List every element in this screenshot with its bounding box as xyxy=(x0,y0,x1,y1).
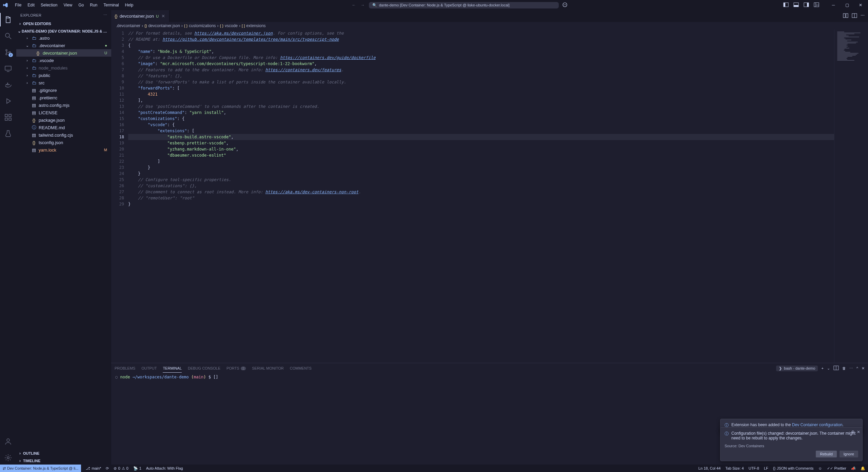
file-readme-md[interactable]: ⓘREADME.md xyxy=(16,124,111,131)
code-line-24[interactable]: } xyxy=(128,171,834,177)
folder-node-modules[interactable]: ›🗀node_modules xyxy=(16,64,111,72)
code-line-13[interactable]: // Use 'postCreateCommand' to run comman… xyxy=(128,103,834,110)
panel-tab-comments[interactable]: COMMENTS xyxy=(290,364,312,372)
code-line-12[interactable]: ], xyxy=(128,97,834,103)
editor-tab-devcontainer[interactable]: {} devcontainer.json U ✕ xyxy=(111,10,170,22)
menu-edit[interactable]: Edit xyxy=(25,1,37,9)
activity-accounts-icon[interactable] xyxy=(0,435,16,448)
folder--astro[interactable]: ›🗀.astro xyxy=(16,34,111,42)
menu-help[interactable]: Help xyxy=(122,1,136,9)
status-bell[interactable]: 🔔 xyxy=(861,466,865,471)
code-line-16[interactable]: "vscode": { xyxy=(128,122,834,128)
status-branch[interactable]: ⎇main* xyxy=(86,466,101,471)
new-terminal-icon[interactable]: + xyxy=(821,366,823,370)
activity-extensions-icon[interactable] xyxy=(0,111,16,124)
code-line-22[interactable]: ] xyxy=(128,158,834,164)
split-editor-icon[interactable] xyxy=(852,13,857,19)
code-line-29[interactable]: } xyxy=(128,201,834,207)
panel-tab-terminal[interactable]: TERMINAL xyxy=(163,364,182,373)
breadcrumb-item[interactable]: { }vscode xyxy=(220,23,238,28)
code-line-21[interactable]: "dbaeumer.vscode-eslint" xyxy=(128,152,834,158)
code-line-11[interactable]: 4321 xyxy=(128,91,834,97)
minimap[interactable] xyxy=(834,29,868,363)
ignore-button[interactable]: Ignore xyxy=(840,451,858,457)
maximize-button[interactable]: ▢ xyxy=(842,2,852,8)
command-center[interactable]: 🔍 dante-demo [Dev Container: Node.js & T… xyxy=(369,2,559,8)
file-tsconfig-json[interactable]: {}tsconfig.json xyxy=(16,139,111,146)
menu-view[interactable]: View xyxy=(61,1,75,9)
toggle-primary-sidebar-icon[interactable] xyxy=(783,1,789,9)
status-prettier[interactable]: ✓✓Prettier xyxy=(827,466,846,471)
toggle-panel-icon[interactable] xyxy=(793,1,800,9)
activity-settings-icon[interactable] xyxy=(0,451,16,465)
copilot-icon[interactable] xyxy=(561,1,568,9)
menu-terminal[interactable]: Terminal xyxy=(101,1,121,9)
panel-tab-problems[interactable]: PROBLEMS xyxy=(115,364,135,372)
rebuild-button[interactable]: Rebuild xyxy=(816,451,836,457)
file-tailwind-config-cjs[interactable]: ▤tailwind.config.cjs xyxy=(16,131,111,139)
status-sync[interactable]: ⟳ xyxy=(106,466,109,471)
code-line-25[interactable]: // Configure tool-specific properties. xyxy=(128,177,834,183)
activity-scm-icon[interactable]: 2 xyxy=(0,45,16,59)
panel-tab-output[interactable]: OUTPUT xyxy=(141,364,157,372)
split-terminal-icon[interactable] xyxy=(833,365,839,371)
file-astro-config-mjs[interactable]: ▤astro.config.mjs xyxy=(16,101,111,109)
workspace-header[interactable]: ⌄DANTE-DEMO [DEV CONTAINER: NODE.JS & TY… xyxy=(16,28,111,34)
code-line-4[interactable]: "name": "Node.js & TypeScript", xyxy=(128,48,834,55)
status-remote[interactable]: ⇄ Dev Container: Node.js & TypeScript @ … xyxy=(0,465,81,472)
activity-explorer-icon[interactable] xyxy=(0,13,16,26)
code-line-26[interactable]: // "customizations": {}, xyxy=(128,183,834,189)
code-line-1[interactable]: // For format details, see https://aka.m… xyxy=(128,30,834,36)
panel-tab-serial-monitor[interactable]: SERIAL MONITOR xyxy=(252,364,284,372)
file-package-json[interactable]: {}package.json xyxy=(16,116,111,124)
toast-close-icon[interactable]: ✕ xyxy=(857,430,860,434)
code-line-17[interactable]: "extensions": [ xyxy=(128,128,834,134)
breadcrumb-item[interactable]: {}devcontainer.json xyxy=(144,23,180,28)
code-line-14[interactable]: "postCreateCommand": "yarn install", xyxy=(128,110,834,116)
file--prettierrc[interactable]: ▤.prettierrc xyxy=(16,94,111,101)
compare-icon[interactable] xyxy=(843,13,848,19)
code-area[interactable]: // For format details, see https://aka.m… xyxy=(128,29,834,363)
activity-debug-icon[interactable] xyxy=(0,94,16,108)
code-line-18[interactable]: "astro-build.astro-vscode", xyxy=(128,134,834,140)
status-ports[interactable]: 📡1 xyxy=(133,466,141,471)
code-line-10[interactable]: "forwardPorts": [ xyxy=(128,85,834,91)
menu-run[interactable]: Run xyxy=(87,1,100,9)
code-line-5[interactable]: // Or use a Dockerfile or Docker Compose… xyxy=(128,55,834,61)
toast-link[interactable]: Dev Container configuration xyxy=(792,422,843,427)
menu-selection[interactable]: Selection xyxy=(38,1,60,9)
folder-src[interactable]: ›🗀src xyxy=(16,79,111,86)
code-line-19[interactable]: "esbenp.prettier-vscode", xyxy=(128,140,834,146)
timeline-section[interactable]: ›TIMELINE xyxy=(16,457,111,465)
panel-tab-ports[interactable]: PORTS1 xyxy=(226,364,246,372)
code-line-28[interactable]: // "remoteUser": "root" xyxy=(128,195,834,201)
file--gitignore[interactable]: ▤.gitignore xyxy=(16,86,111,94)
tab-close-icon[interactable]: ✕ xyxy=(161,14,166,19)
kill-terminal-icon[interactable]: 🗑 xyxy=(842,366,846,370)
code-line-9[interactable]: // Use 'forwardPorts' to make a list of … xyxy=(128,79,834,85)
nav-back-icon[interactable]: ← xyxy=(351,2,357,8)
status-eol[interactable]: LF xyxy=(764,466,768,470)
status-encoding[interactable]: UTF-8 xyxy=(749,466,759,470)
close-button[interactable]: ✕ xyxy=(856,2,865,8)
status-problems[interactable]: ⊘0 ⚠0 xyxy=(114,466,128,471)
file-devcontainer-json[interactable]: {}devcontainer.jsonU xyxy=(16,49,111,57)
status-copilot[interactable]: ☺ xyxy=(818,466,822,470)
nav-forward-icon[interactable]: → xyxy=(359,2,366,8)
outline-section[interactable]: ›OUTLINE xyxy=(16,450,111,457)
editor-more-icon[interactable]: ⋯ xyxy=(861,13,865,19)
folder-public[interactable]: ›🗀public xyxy=(16,72,111,79)
code-line-15[interactable]: "customizations": { xyxy=(128,116,834,122)
breadcrumb-item[interactable]: [ ]extensions xyxy=(242,23,266,28)
code-line-2[interactable]: // README at: https://github.com/devcont… xyxy=(128,36,834,42)
code-line-7[interactable]: // Features to add to the dev container.… xyxy=(128,67,834,73)
code-line-27[interactable]: // Uncomment to connect as root instead.… xyxy=(128,189,834,195)
status-feedback[interactable]: 📣 xyxy=(851,466,856,471)
minimize-button[interactable]: ─ xyxy=(829,2,838,8)
panel-tab-debug-console[interactable]: DEBUG CONSOLE xyxy=(188,364,220,372)
open-editors-section[interactable]: ›OPEN EDITORS xyxy=(16,20,111,27)
code-line-6[interactable]: "image": "mcr.microsoft.com/devcontainer… xyxy=(128,61,834,67)
status-lang[interactable]: {}JSON with Comments xyxy=(773,466,814,470)
maximize-panel-icon[interactable]: ^ xyxy=(856,366,858,370)
activity-remote-icon[interactable] xyxy=(0,62,16,75)
